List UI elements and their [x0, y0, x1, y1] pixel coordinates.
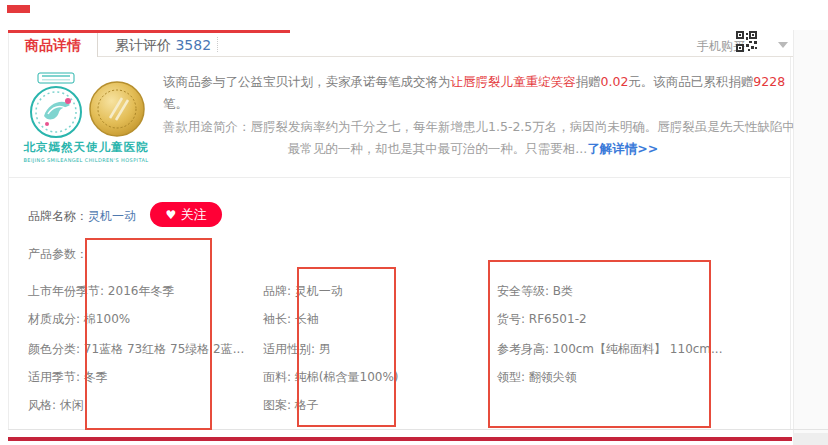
param-colon: : — [287, 370, 295, 384]
smileangel-hospital-logo — [24, 72, 88, 140]
param-colon: : — [76, 342, 84, 356]
param-label: 材质成分 — [28, 312, 76, 326]
qr-code-icon[interactable] — [736, 31, 757, 52]
next-section-top-bar — [8, 437, 792, 441]
param-label: 袖长 — [263, 312, 287, 326]
charity-intro-line1: 善款用途简介：唇腭裂发病率约为千分之七，每年新增患儿1.5-2.5万名，病因尚未… — [163, 119, 795, 136]
charity-line1: 该商品参与了公益宝贝计划，卖家承诺每笔成交将为让唇腭裂儿童重绽笑容捐赠0.02元… — [163, 74, 785, 91]
annotation-box-middle — [297, 267, 396, 427]
follow-button-label: 关注 — [180, 207, 206, 222]
charity-text: 元。该商品已累积捐赠 — [628, 74, 753, 89]
param-colon: : — [287, 284, 295, 298]
charity-section-divider — [9, 177, 790, 178]
container-left-border — [8, 33, 9, 429]
learn-more-link[interactable]: 了解详情>> — [587, 141, 658, 156]
charity-cause-link[interactable]: 让唇腭裂儿童重绽笑容 — [451, 74, 576, 89]
param-label: 风格 — [28, 398, 52, 412]
param-label: 图案 — [263, 398, 287, 412]
reviews-count: 3582 — [175, 37, 211, 53]
tab-reviews-label: 累计评价 — [115, 37, 171, 53]
param-label: 适用季节 — [28, 370, 76, 384]
chevron-down-icon[interactable] — [778, 42, 788, 48]
params-title: 产品参数： — [28, 246, 88, 263]
param-label: 颜色分类 — [28, 342, 76, 356]
tab-product-detail[interactable]: 商品详情 — [8, 33, 98, 57]
top-red-fragment — [7, 5, 30, 13]
tabbar-dotted-divider — [217, 37, 218, 52]
param-value: 休闲 — [60, 398, 84, 412]
param-row: 风格: 休闲 — [28, 397, 84, 414]
param-colon: : — [76, 312, 84, 326]
right-gutter-block — [793, 433, 828, 445]
tab-reviews[interactable]: 累计评价 3582 — [115, 37, 211, 55]
param-colon: : — [287, 398, 295, 412]
brand-row: 品牌名称：灵机一动 — [28, 208, 136, 225]
hospital-name-en: BEIJING SMILEANGEL CHILDREN'S HOSPITAL — [10, 157, 162, 163]
annotation-box-left — [85, 238, 212, 430]
annotation-box-right — [488, 260, 711, 428]
charity-intro-text: 最常见的一种，却也是其中最可治的一种。只需要相... — [288, 141, 587, 156]
donation-count: 9228 — [753, 74, 785, 89]
param-colon: : — [287, 312, 295, 326]
gold-medal-logo — [88, 80, 146, 138]
donation-amount: 0.02 — [601, 74, 629, 89]
brand-label: 品牌名称： — [28, 209, 88, 223]
container-right-border — [790, 57, 791, 429]
param-label: 品牌 — [263, 284, 287, 298]
param-colon: : — [76, 370, 84, 384]
heart-icon: ♥ — [166, 208, 177, 222]
tabbar-bottom-border — [96, 56, 793, 57]
charity-text: 该商品参与了公益宝贝计划，卖家承诺每笔成交将为 — [163, 74, 451, 89]
brand-name-link[interactable]: 灵机一动 — [88, 209, 136, 223]
product-detail-page: 商品详情 累计评价 3582 手机购买 — [0, 0, 828, 445]
charity-text: 捐赠 — [576, 74, 601, 89]
follow-button[interactable]: ♥关注 — [150, 202, 222, 227]
charity-intro-line2: 最常见的一种，却也是其中最可治的一种。只需要相...了解详情>> — [163, 141, 783, 158]
right-gutter — [793, 30, 828, 445]
param-colon: : — [52, 398, 60, 412]
param-label: 面料 — [263, 370, 287, 384]
charity-line2: 笔。 — [163, 96, 188, 113]
hospital-name-cn: 北京嫣然天使儿童医院 — [10, 140, 162, 155]
